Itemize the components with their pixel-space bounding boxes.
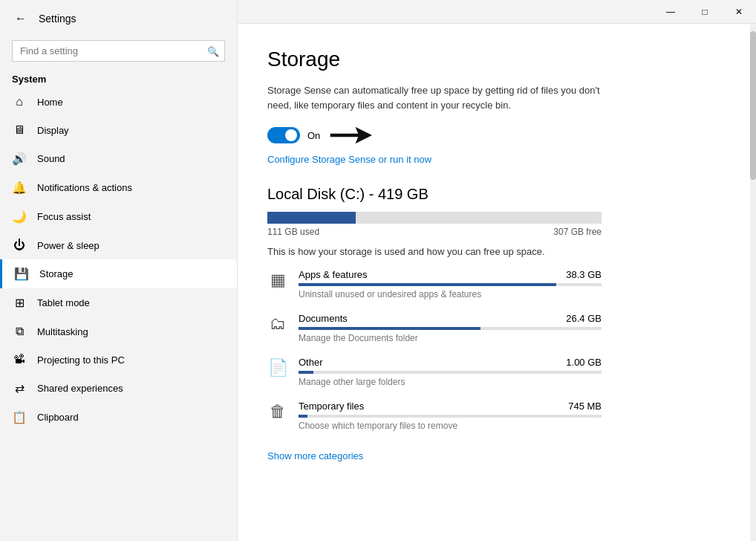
storage-item-desc: Manage other large folders [299, 377, 602, 387]
storage-item-bar-fill [299, 415, 307, 418]
search-box: 🔍 [12, 40, 225, 62]
storage-item: 🗂 Documents 26.4 GB Manage the Documents… [267, 313, 602, 343]
nav-icon-home: ⌂ [12, 95, 27, 108]
titlebar: — □ ✕ [238, 0, 756, 24]
storage-item-name: Other [299, 357, 323, 368]
sidebar-item-storage[interactable]: 💾 Storage [0, 259, 237, 288]
storage-item-info: Apps & features 38.3 GB Uninstall unused… [299, 269, 602, 299]
storage-item-bar-fill [299, 327, 480, 330]
nav-label-sound: Sound [37, 153, 65, 164]
system-section-label: System [0, 68, 237, 88]
storage-item-name: Documents [299, 313, 348, 324]
nav-label-tablet: Tablet mode [37, 297, 90, 308]
storage-item: 🗑 Temporary files 745 MB Choose which te… [267, 401, 602, 431]
storage-item-icon: 📄 [267, 358, 288, 378]
sidebar-item-home[interactable]: ⌂ Home [0, 88, 237, 116]
disk-free-label: 307 GB free [553, 227, 602, 237]
nav-icon-display: 🖥 [12, 123, 27, 137]
storage-item-bar-fill [299, 283, 556, 286]
disk-bar-fill [267, 212, 356, 224]
storage-item-icon: 🗂 [267, 314, 288, 334]
main-content: Storage Storage Sense can automatically … [238, 24, 756, 541]
sidebar-item-tablet[interactable]: ⊞ Tablet mode [0, 288, 237, 317]
storage-item-name: Apps & features [299, 269, 368, 280]
main-wrapper: — □ ✕ Storage Storage Sense can automati… [238, 0, 756, 541]
app-title: Settings [39, 13, 76, 25]
toggle-state-label: On [307, 130, 320, 141]
search-icon: 🔍 [207, 45, 219, 56]
nav-label-home: Home [37, 97, 63, 108]
storage-item-desc: Choose which temporary files to remove [299, 421, 602, 431]
storage-item-info: Documents 26.4 GB Manage the Documents f… [299, 313, 602, 343]
nav-label-power: Power & sleep [37, 240, 100, 251]
nav-label-display: Display [37, 125, 69, 136]
storage-item-header: Other 1.00 GB [299, 357, 602, 368]
storage-item: 📄 Other 1.00 GB Manage other large folde… [267, 357, 602, 387]
sidebar-item-sound[interactable]: 🔊 Sound [0, 144, 237, 173]
storage-item-header: Apps & features 38.3 GB [299, 269, 602, 280]
storage-item-desc: Manage the Documents folder [299, 333, 602, 343]
storage-item-header: Temporary files 745 MB [299, 401, 602, 412]
minimize-button[interactable]: — [654, 0, 688, 24]
maximize-button[interactable]: □ [688, 0, 722, 24]
nav-label-clipboard: Clipboard [37, 412, 79, 423]
nav-icon-tablet: ⊞ [12, 296, 27, 310]
nav-icon-storage: 💾 [14, 267, 29, 281]
nav-icon-notifications: 🔔 [12, 181, 27, 195]
scrollbar-thumb[interactable] [750, 31, 756, 180]
storage-item-bar [299, 283, 602, 286]
sidebar-item-projecting[interactable]: 📽 Projecting to this PC [0, 346, 237, 374]
storage-item-bar [299, 415, 602, 418]
svg-marker-0 [330, 127, 372, 144]
sidebar: ← Settings 🔍 System ⌂ Home 🖥 Display 🔊 S… [0, 0, 238, 541]
storage-item-desc: Uninstall unused or undesired apps & fea… [299, 289, 602, 299]
nav-icon-focus: 🌙 [12, 210, 27, 224]
nav-icon-shared: ⇄ [12, 381, 27, 395]
storage-item-size: 745 MB [568, 401, 602, 412]
nav-icon-multitasking: ⧉ [12, 325, 27, 338]
disk-used-label: 111 GB used [267, 227, 319, 237]
nav-list: ⌂ Home 🖥 Display 🔊 Sound 🔔 Notifications… [0, 88, 237, 432]
search-input[interactable] [12, 40, 225, 62]
sidebar-item-focus[interactable]: 🌙 Focus assist [0, 202, 237, 231]
page-title: Storage [267, 48, 726, 71]
sidebar-item-clipboard[interactable]: 📋 Clipboard [0, 403, 237, 432]
storage-sense-toggle-row: On [267, 124, 726, 146]
nav-label-focus: Focus assist [37, 211, 91, 222]
storage-item-bar-fill [299, 371, 313, 374]
nav-icon-clipboard: 📋 [12, 410, 27, 424]
back-button[interactable]: ← [12, 9, 30, 28]
sidebar-header: ← Settings [0, 0, 237, 37]
close-button[interactable]: ✕ [722, 0, 756, 24]
nav-label-multitasking: Multitasking [37, 326, 88, 337]
sidebar-item-shared[interactable]: ⇄ Shared experiences [0, 374, 237, 403]
sidebar-item-notifications[interactable]: 🔔 Notifications & actions [0, 173, 237, 202]
storage-item-bar [299, 371, 602, 374]
storage-info-text: This is how your storage is used and how… [267, 246, 726, 257]
storage-item-size: 1.00 GB [566, 357, 602, 368]
sidebar-item-power[interactable]: ⏻ Power & sleep [0, 231, 237, 259]
arrow-annotation [328, 124, 372, 146]
storage-item-info: Temporary files 745 MB Choose which temp… [299, 401, 602, 431]
storage-item-icon: 🗑 [267, 402, 288, 421]
storage-sense-toggle[interactable] [267, 127, 300, 143]
scrollbar-track [750, 24, 756, 541]
storage-item-icon: ▦ [267, 270, 288, 290]
sidebar-item-display[interactable]: 🖥 Display [0, 116, 237, 144]
storage-items-list: ▦ Apps & features 38.3 GB Uninstall unus… [267, 269, 726, 431]
storage-item-size: 38.3 GB [566, 269, 602, 280]
storage-item-size: 26.4 GB [566, 313, 602, 324]
configure-storage-link[interactable]: Configure Storage Sense or run it now [267, 154, 431, 165]
sidebar-item-multitasking[interactable]: ⧉ Multitasking [0, 317, 237, 346]
disk-stats: 111 GB used 307 GB free [267, 227, 602, 237]
nav-icon-projecting: 📽 [12, 353, 27, 366]
nav-label-storage: Storage [39, 268, 74, 279]
disk-bar-container [267, 212, 602, 224]
nav-label-notifications: Notifications & actions [37, 182, 132, 193]
toggle-thumb [285, 129, 297, 141]
nav-label-projecting: Projecting to this PC [37, 354, 125, 366]
storage-item-bar [299, 327, 602, 330]
disk-section-title: Local Disk (C:) - 419 GB [267, 186, 726, 203]
show-more-categories-link[interactable]: Show more categories [267, 450, 363, 461]
storage-item-name: Temporary files [299, 401, 364, 412]
